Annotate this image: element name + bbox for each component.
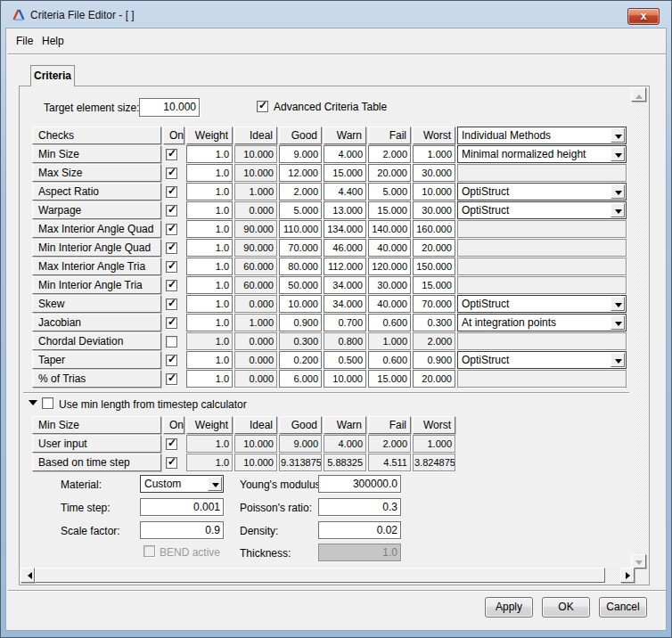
cell-warn[interactable]: 34.000: [324, 295, 366, 313]
cell-weight[interactable]: 1.0: [186, 145, 233, 163]
cell-warn[interactable]: 4.000: [324, 145, 366, 163]
on-checkbox[interactable]: [166, 261, 177, 273]
cell-warn[interactable]: 0.700: [324, 314, 366, 331]
cell-weight[interactable]: 1.0: [186, 276, 233, 294]
on-checkbox[interactable]: [166, 205, 177, 217]
row-label-button[interactable]: Aspect Ratio: [32, 183, 161, 200]
cell-weight[interactable]: 1.0: [186, 314, 233, 331]
cell-warn[interactable]: 112.000: [324, 258, 366, 275]
cell-weight[interactable]: 1.0: [186, 183, 233, 200]
cell-fail[interactable]: 120.000: [368, 258, 411, 275]
row-label-button[interactable]: Min Interior Angle Tria: [32, 276, 161, 294]
row-label-button[interactable]: Jacobian: [32, 314, 161, 331]
cell-good[interactable]: 70.000: [279, 239, 322, 257]
on-checkbox[interactable]: [166, 149, 177, 160]
method-combobox[interactable]: At integration points: [457, 314, 627, 331]
collapse-triangle-icon[interactable]: [29, 400, 37, 410]
on-checkbox[interactable]: [166, 186, 177, 198]
row-label-button[interactable]: Chordal Deviation: [32, 332, 161, 350]
cell-good[interactable]: 6.000: [279, 370, 322, 388]
row-label-button[interactable]: Warpage: [32, 201, 161, 219]
method-combobox-dropdown-arrow-icon[interactable]: [611, 353, 625, 367]
scroll-right-button[interactable]: [620, 568, 635, 583]
on-checkbox[interactable]: [166, 242, 177, 254]
youngs-modulus-input[interactable]: 300000.0: [318, 475, 401, 493]
menu-help[interactable]: Help: [42, 35, 64, 47]
method-combobox[interactable]: OptiStruct: [457, 295, 627, 313]
cell-good[interactable]: 50.000: [279, 276, 322, 294]
column-header-good[interactable]: Good: [279, 127, 322, 144]
poissons-ratio-input[interactable]: 0.3: [318, 498, 401, 516]
material-combobox[interactable]: Custom: [140, 475, 224, 493]
cell-worst[interactable]: 30.000: [413, 201, 455, 219]
cell-fail[interactable]: 15.000: [368, 201, 411, 219]
column-header-weight[interactable]: Weight: [186, 127, 233, 144]
cell-good[interactable]: 12.000: [279, 164, 322, 182]
method-header-combobox[interactable]: Individual Methods: [457, 127, 627, 144]
tab-criteria[interactable]: Criteria: [30, 65, 75, 86]
cell-good[interactable]: 80.000: [279, 258, 322, 275]
row-label-button[interactable]: Taper: [32, 351, 161, 369]
titlebar[interactable]: Criteria File Editor - [ ] x: [2, 2, 670, 28]
cell-good[interactable]: 0.900: [279, 314, 322, 331]
ts-column-header-warn[interactable]: Warn: [324, 416, 366, 434]
cell-worst[interactable]: 30.000: [413, 164, 455, 182]
method-combobox[interactable]: OptiStruct: [457, 183, 627, 200]
on-checkbox[interactable]: [166, 373, 177, 385]
cell-fail[interactable]: 40.000: [368, 295, 411, 313]
column-header-worst[interactable]: Worst: [413, 127, 455, 144]
cell-weight[interactable]: 1.0: [186, 351, 233, 369]
scroll-left-button[interactable]: [20, 568, 35, 583]
on-checkbox[interactable]: [166, 336, 177, 348]
on-checkbox[interactable]: [166, 280, 177, 291]
cell-worst[interactable]: 20.000: [413, 370, 455, 388]
row-label-button[interactable]: Max Size: [32, 164, 161, 182]
ts-column-header-ideal[interactable]: Ideal: [234, 416, 277, 434]
cell-warn[interactable]: 4.400: [324, 183, 366, 200]
cell-weight[interactable]: 1.0: [186, 201, 233, 219]
ts-row-label-button[interactable]: Based on time step: [32, 454, 161, 471]
advanced-criteria-checkbox[interactable]: [257, 101, 268, 112]
cell-warn[interactable]: 134.000: [324, 220, 366, 238]
cell-good[interactable]: 2.000: [279, 183, 322, 200]
cell-worst[interactable]: 0.300: [413, 314, 455, 331]
cell-fail[interactable]: 2.000: [368, 145, 411, 163]
cell-fail[interactable]: 20.000: [368, 164, 411, 182]
method-combobox-dropdown-arrow-icon[interactable]: [611, 297, 625, 311]
row-label-button[interactable]: Max Interior Angle Tria: [32, 258, 161, 275]
row-label-button[interactable]: Min Interior Angle Quad: [32, 239, 161, 257]
column-header-fail[interactable]: Fail: [368, 127, 411, 144]
cancel-button[interactable]: Cancel: [599, 597, 647, 618]
on-checkbox[interactable]: [166, 224, 177, 235]
on-checkbox[interactable]: [166, 299, 177, 310]
ts-column-header-weight[interactable]: Weight: [186, 416, 233, 434]
apply-button[interactable]: Apply: [485, 597, 533, 618]
cell-weight[interactable]: 1.0: [186, 295, 233, 313]
cell-worst[interactable]: 0.900: [413, 351, 455, 369]
ts-row-label-button[interactable]: User input: [32, 435, 161, 453]
method-combobox-dropdown-arrow-icon[interactable]: [611, 147, 625, 161]
cell-weight[interactable]: 1.0: [186, 220, 233, 238]
ts-column-header-fail[interactable]: Fail: [368, 416, 411, 434]
ts-on-checkbox[interactable]: [166, 438, 177, 450]
cell-worst[interactable]: 150.000: [413, 258, 455, 275]
cell-fail[interactable]: 0.600: [368, 314, 411, 331]
on-checkbox[interactable]: [166, 168, 177, 179]
ts-column-header-minsize[interactable]: Min Size: [32, 416, 161, 434]
column-header-checks[interactable]: Checks: [32, 127, 161, 144]
cell-warn[interactable]: 13.000: [324, 201, 366, 219]
row-label-button[interactable]: Min Size: [32, 145, 161, 163]
cell-weight[interactable]: 1.0: [186, 370, 233, 388]
cell-good[interactable]: 5.000: [279, 201, 322, 219]
cell-worst[interactable]: 20.000: [413, 239, 455, 257]
cell-warn[interactable]: 10.000: [324, 370, 366, 388]
ts-on-checkbox[interactable]: [166, 457, 177, 469]
time-step-input[interactable]: 0.001: [140, 498, 224, 516]
column-header-warn[interactable]: Warn: [324, 127, 366, 144]
scale-factor-input[interactable]: 0.9: [140, 521, 224, 539]
method-combobox[interactable]: Minimal normalized height: [457, 145, 627, 163]
cell-good[interactable]: 0.200: [279, 351, 322, 369]
method-combobox-dropdown-arrow-icon[interactable]: [611, 315, 625, 330]
cell-warn[interactable]: 15.000: [324, 164, 366, 182]
cell-worst[interactable]: 15.000: [413, 276, 455, 294]
